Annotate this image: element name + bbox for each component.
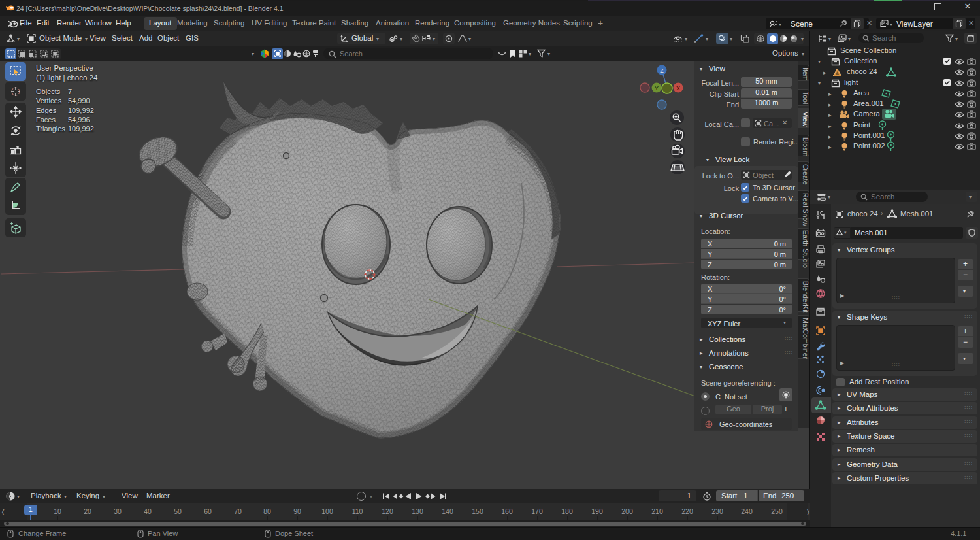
svg-text:Y: Y [655, 85, 659, 92]
svg-text:Z: Z [660, 67, 664, 74]
svg-text:X: X [676, 85, 680, 92]
